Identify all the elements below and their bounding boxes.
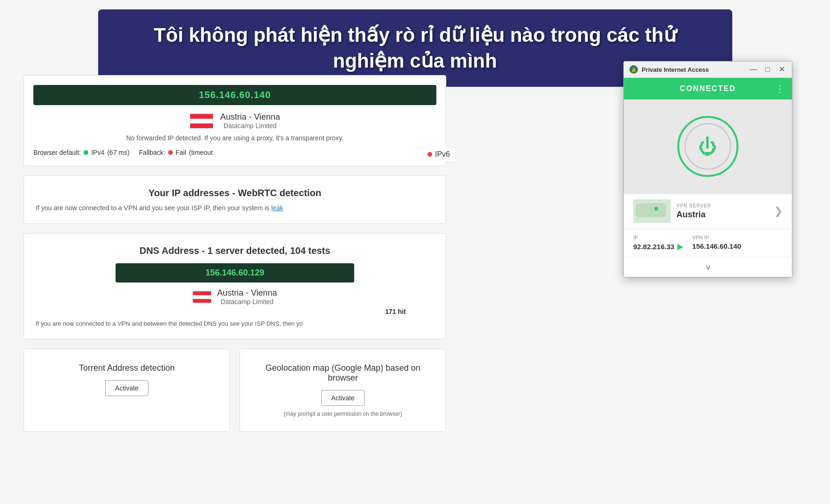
webrtc-desc: If you are now connected to a VPN and yo…	[36, 204, 434, 212]
pia-map-continent	[636, 203, 666, 217]
dns-desc: If you are now connected to a VPN and be…	[36, 320, 434, 327]
pia-lock-icon: 🔒	[629, 65, 638, 74]
pia-connected-bar: CONNECTED ⋮	[624, 78, 792, 99]
dns-hits: 171 hit	[36, 308, 434, 315]
dns-section: DNS Address - 1 server detected, 104 tes…	[23, 233, 446, 339]
flag-austria-dns	[193, 291, 211, 303]
dns-country-info: Austria - Vienna Datacamp Limited	[217, 288, 277, 305]
pia-ip-label: IP	[633, 235, 683, 240]
pia-map-thumbnail	[633, 199, 671, 223]
pia-server-label: VPN SERVER	[676, 203, 711, 208]
pia-power-ring[interactable]: ⏻	[677, 116, 738, 177]
pia-server-left: VPN SERVER Austria	[633, 199, 711, 223]
bottom-cards: Torrent Address detection Activate Geolo…	[23, 349, 446, 432]
pia-power-inner: ⏻	[684, 123, 731, 170]
browser-default-label: Browser default:	[33, 149, 81, 156]
torrent-card: Torrent Address detection Activate	[23, 349, 230, 432]
pia-map-dot	[654, 207, 658, 211]
country-info: Austria - Vienna Datacamp Limited	[220, 112, 280, 130]
pia-ip-value: 92.82.216.33 ▶	[633, 242, 683, 251]
green-dot-ipv4	[84, 150, 88, 155]
webrtc-leak-link[interactable]: leak	[271, 204, 283, 212]
pia-expand-button[interactable]: ∨	[624, 257, 792, 277]
dns-country-row: Austria - Vienna Datacamp Limited	[36, 288, 434, 305]
country-row: Austria - Vienna Datacamp Limited	[33, 112, 436, 130]
pia-power-icon: ⏻	[698, 137, 717, 156]
pia-titlebar-buttons: — □ ✕	[749, 66, 786, 73]
main-content: Tôi không phát hiện thấy rò rỉ dữ liệu n…	[0, 0, 830, 504]
geolocation-card-title: Geolocation map (Google Map) based on br…	[249, 363, 436, 383]
webrtc-title: Your IP addresses - WebRTC detection	[36, 188, 434, 199]
pia-power-area: ⏻	[624, 99, 792, 193]
no-forwarded-text: No forwarded IP detected. If you are usi…	[33, 134, 436, 142]
fallback-note: (timeout	[189, 149, 213, 156]
pia-window: 🔒 Private Internet Access — □ ✕ CONNECTE…	[623, 61, 792, 277]
pia-ip-row: IP 92.82.216.33 ▶ VPN IP 156.146.60.140	[624, 229, 792, 257]
browser-default-status: Browser default: IPv4 (67 ms)	[33, 149, 130, 156]
pia-ip-col-local: IP 92.82.216.33 ▶	[633, 235, 683, 251]
torrent-activate-button[interactable]: Activate	[105, 380, 148, 396]
pia-minimize-button[interactable]: —	[749, 66, 758, 73]
fallback-label: Fallback:	[139, 149, 165, 156]
geolocation-card: Geolocation map (Google Map) based on br…	[240, 349, 446, 432]
fallback-status: Fallback: Fail (timeout	[139, 149, 213, 156]
red-dot-fallback	[168, 150, 173, 155]
pia-more-button[interactable]: ⋮	[775, 83, 784, 94]
torrent-card-title: Torrent Address detection	[33, 363, 220, 373]
pia-server-name: Austria	[676, 210, 711, 220]
dns-title: DNS Address - 1 server detected, 104 tes…	[36, 245, 434, 256]
pia-title-left: 🔒 Private Internet Access	[629, 65, 709, 74]
dns-country-name: Austria - Vienna	[217, 288, 277, 298]
fallback-status-text: Fail	[176, 149, 186, 156]
pia-vpn-ip-value: 156.146.60.140	[692, 242, 741, 250]
pia-ip-col-vpn: VPN IP 156.146.60.140	[692, 235, 741, 251]
ipv4-label: IPv4	[91, 149, 104, 156]
flag-austria	[190, 114, 213, 129]
geolocation-activate-button[interactable]: Activate	[321, 390, 365, 406]
pia-connected-text: CONNECTED	[680, 84, 736, 93]
dns-ip-bar: 156.146.60.129	[116, 263, 355, 283]
ip-address-bar: 156.146.60.140	[33, 85, 436, 105]
red-dot-ipv6	[427, 152, 432, 157]
ipv4-ms: (67 ms)	[107, 149, 129, 156]
pia-title-text: Private Internet Access	[642, 66, 709, 73]
pia-server-section[interactable]: VPN SERVER Austria ❯	[624, 193, 792, 229]
geolocation-note: (may prompt a user permission on the bro…	[249, 411, 436, 417]
isp-name: Datacamp Limited	[220, 122, 280, 130]
browser-fallback-row: Browser default: IPv4 (67 ms) Fallback: …	[33, 149, 436, 156]
pia-titlebar: 🔒 Private Internet Access — □ ✕	[624, 61, 792, 78]
ipv6-text: IPv6	[435, 150, 450, 159]
ipv6-badge: IPv6	[423, 148, 455, 161]
webrtc-section: Your IP addresses - WebRTC detection If …	[23, 176, 446, 224]
content-area: 156.146.60.140 Austria - Vienna Datacamp…	[23, 75, 446, 441]
pia-maximize-button[interactable]: □	[763, 66, 772, 73]
pia-vpn-ip-label: VPN IP	[692, 235, 741, 240]
pia-ip-arrow-icon: ▶	[677, 242, 683, 251]
country-name: Austria - Vienna	[220, 112, 280, 122]
dns-isp-name: Datacamp Limited	[217, 298, 277, 305]
pia-close-button[interactable]: ✕	[777, 66, 786, 73]
pia-server-chevron-icon: ❯	[774, 205, 783, 217]
ip-result-box: 156.146.60.140 Austria - Vienna Datacamp…	[23, 75, 446, 166]
pia-server-info: VPN SERVER Austria	[676, 203, 711, 220]
